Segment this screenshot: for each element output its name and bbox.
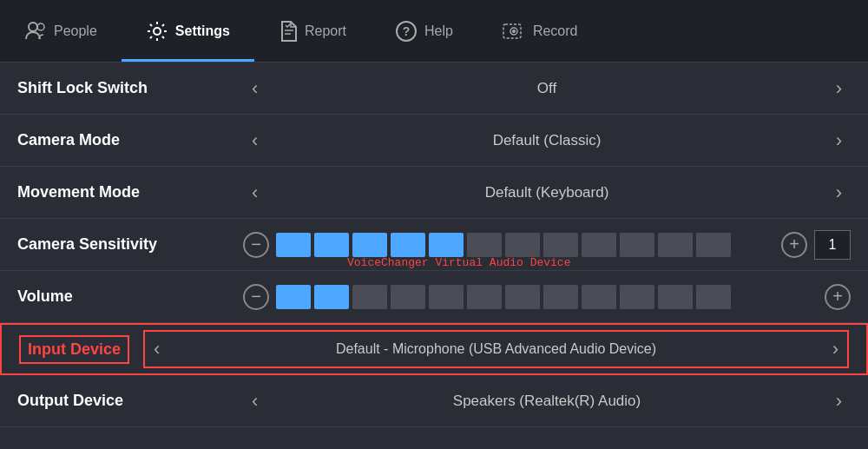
svg-text:?: ? bbox=[403, 24, 411, 38]
volume-label: Volume bbox=[17, 287, 243, 306]
volume-dec-btn[interactable]: − bbox=[243, 284, 269, 310]
slider-block bbox=[582, 233, 616, 257]
slider-block bbox=[696, 233, 731, 257]
shift-lock-next-btn[interactable]: › bbox=[827, 77, 851, 100]
voicechanger-tooltip: VoiceChanger Virtual Audio Device bbox=[347, 256, 570, 269]
slider-block bbox=[467, 285, 502, 309]
movement-mode-control: ‹ Default (Keyboard) › bbox=[243, 182, 851, 204]
nav-item-settings[interactable]: Settings bbox=[122, 0, 254, 62]
settings-icon bbox=[146, 20, 168, 43]
shift-lock-label: Shift Lock Switch bbox=[17, 79, 243, 97]
people-icon bbox=[24, 20, 47, 43]
nav-item-report[interactable]: Report bbox=[254, 0, 371, 62]
svg-point-0 bbox=[29, 23, 37, 31]
volume-control: − + bbox=[243, 284, 851, 310]
slider-block bbox=[505, 233, 540, 257]
camera-mode-label: Camera Mode bbox=[17, 131, 243, 149]
movement-mode-next-btn[interactable]: › bbox=[827, 182, 851, 204]
slider-block bbox=[696, 285, 731, 309]
output-device-next-btn[interactable]: › bbox=[827, 390, 851, 413]
camera-sensitivity-dec-btn[interactable]: − bbox=[243, 232, 269, 258]
slider-block bbox=[543, 285, 578, 309]
record-icon bbox=[502, 20, 526, 43]
nav-item-help[interactable]: ? Help bbox=[371, 0, 477, 62]
input-device-next-btn[interactable]: › bbox=[824, 338, 847, 360]
camera-mode-row: Camera Mode ‹ Default (Classic) › bbox=[0, 115, 868, 167]
movement-mode-row: Movement Mode ‹ Default (Keyboard) › bbox=[0, 167, 868, 219]
slider-block bbox=[314, 233, 349, 257]
camera-mode-prev-btn[interactable]: ‹ bbox=[243, 129, 266, 152]
volume-slider bbox=[276, 285, 818, 309]
people-label: People bbox=[54, 23, 97, 39]
record-label: Record bbox=[533, 23, 578, 39]
slider-block bbox=[391, 233, 425, 257]
output-device-prev-btn[interactable]: ‹ bbox=[243, 390, 266, 413]
settings-label: Settings bbox=[175, 23, 230, 39]
slider-block bbox=[658, 285, 693, 309]
slider-block bbox=[505, 285, 540, 309]
input-device-row: Input Device ‹ Default - Microphone (USB… bbox=[0, 323, 868, 375]
slider-block bbox=[429, 233, 464, 257]
movement-mode-prev-btn[interactable]: ‹ bbox=[243, 182, 266, 204]
nav-bar: People Settings Re bbox=[0, 0, 868, 63]
camera-sensitivity-label: Camera Sensitivity bbox=[17, 235, 243, 254]
svg-point-7 bbox=[512, 30, 516, 33]
camera-sensitivity-slider bbox=[276, 233, 774, 257]
camera-sensitivity-inc-btn[interactable]: + bbox=[781, 232, 807, 258]
help-label: Help bbox=[424, 23, 453, 39]
shift-lock-value: Off bbox=[266, 80, 826, 97]
movement-mode-value: Default (Keyboard) bbox=[266, 184, 826, 201]
output-device-row: Output Device ‹ Speakers (Realtek(R) Aud… bbox=[0, 375, 868, 427]
output-device-label: Output Device bbox=[17, 392, 243, 410]
nav-item-record[interactable]: Record bbox=[477, 0, 602, 62]
slider-block bbox=[467, 233, 502, 257]
slider-block bbox=[276, 285, 311, 309]
slider-block bbox=[429, 285, 464, 309]
input-device-label: Input Device bbox=[19, 335, 129, 364]
slider-block bbox=[620, 233, 654, 257]
slider-block bbox=[658, 233, 693, 257]
camera-sensitivity-value: 1 bbox=[814, 230, 851, 260]
camera-mode-control: ‹ Default (Classic) › bbox=[243, 129, 851, 152]
slider-block bbox=[543, 233, 578, 257]
slider-block bbox=[314, 285, 349, 309]
volume-inc-btn[interactable]: + bbox=[825, 284, 851, 310]
shift-lock-prev-btn[interactable]: ‹ bbox=[243, 77, 266, 100]
shift-lock-control: ‹ Off › bbox=[243, 77, 851, 100]
slider-block bbox=[352, 233, 387, 257]
nav-item-people[interactable]: People bbox=[0, 0, 122, 62]
output-device-value: Speakers (Realtek(R) Audio) bbox=[266, 393, 826, 410]
svg-point-1 bbox=[37, 23, 44, 30]
slider-block bbox=[391, 285, 425, 309]
input-device-prev-btn[interactable]: ‹ bbox=[145, 338, 168, 360]
volume-row: Volume − + bbox=[0, 271, 868, 323]
settings-container: Shift Lock Switch ‹ Off › Camera Mode ‹ … bbox=[0, 63, 868, 427]
input-device-value: Default - Microphone (USB Advanced Audio… bbox=[168, 341, 823, 357]
slider-block bbox=[620, 285, 654, 309]
camera-sensitivity-control: − + 1 bbox=[243, 230, 851, 260]
report-label: Report bbox=[305, 23, 346, 39]
camera-mode-next-btn[interactable]: › bbox=[827, 129, 851, 152]
help-icon: ? bbox=[395, 20, 418, 43]
report-icon bbox=[279, 20, 298, 43]
output-device-control: ‹ Speakers (Realtek(R) Audio) › bbox=[243, 390, 851, 413]
slider-block bbox=[276, 233, 311, 257]
slider-block bbox=[582, 285, 616, 309]
slider-block bbox=[352, 285, 387, 309]
movement-mode-label: Movement Mode bbox=[17, 183, 243, 201]
shift-lock-switch-row: Shift Lock Switch ‹ Off › bbox=[0, 63, 868, 115]
input-device-control: ‹ Default - Microphone (USB Advanced Aud… bbox=[143, 330, 849, 368]
camera-mode-value: Default (Classic) bbox=[266, 132, 826, 149]
svg-point-2 bbox=[154, 28, 161, 35]
